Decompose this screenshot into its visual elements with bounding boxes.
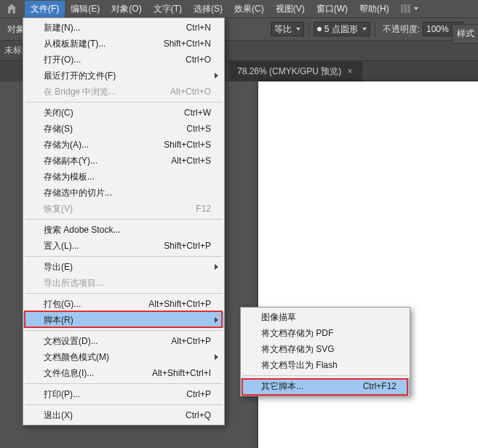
file-sep-5 bbox=[25, 102, 223, 103]
file-sep-19 bbox=[25, 293, 223, 294]
file-item-8[interactable]: 存储为(A)...Shift+Ctrl+S bbox=[23, 137, 224, 153]
menu-item-shortcut: Alt+Ctrl+P bbox=[171, 336, 211, 346]
styles-button[interactable]: 样式 bbox=[452, 24, 478, 44]
submenu-arrow-icon bbox=[215, 264, 218, 270]
menu-item-shortcut: Ctrl+Q bbox=[186, 410, 211, 420]
file-sep-16 bbox=[25, 256, 223, 257]
file-item-3[interactable]: 最近打开的文件(F) bbox=[23, 68, 224, 84]
menu-item-label: 将文档导出为 Flash bbox=[261, 359, 397, 372]
menu-item-label: 其它脚本... bbox=[261, 380, 363, 393]
menu-item-label: 退出(X) bbox=[44, 409, 186, 422]
menu-item-label: 最近打开的文件(F) bbox=[44, 70, 211, 82]
menubar-item-8[interactable]: 帮助(H) bbox=[354, 1, 395, 17]
menubar-item-2[interactable]: 对象(O) bbox=[105, 1, 147, 17]
menu-item-label: 导出所选项目... bbox=[44, 277, 211, 289]
file-item-27[interactable]: 打印(P)...Ctrl+P bbox=[23, 386, 224, 402]
brush-combo[interactable]: 5 点圆形 bbox=[314, 22, 370, 36]
file-item-29[interactable]: 退出(X)Ctrl+Q bbox=[23, 407, 224, 423]
scripts-item-0[interactable]: 图像描草 bbox=[241, 309, 410, 325]
file-item-20[interactable]: 打包(G)...Alt+Shift+Ctrl+P bbox=[23, 296, 224, 312]
menu-item-label: 存储选中的切片... bbox=[44, 187, 211, 199]
file-item-11[interactable]: 存储选中的切片... bbox=[23, 185, 224, 201]
file-item-0[interactable]: 新建(N)...Ctrl+N bbox=[23, 20, 224, 36]
file-item-1[interactable]: 从模板新建(T)...Shift+Ctrl+N bbox=[23, 36, 224, 52]
menubar-item-4[interactable]: 选择(S) bbox=[188, 1, 228, 17]
menu-item-shortcut: Ctrl+S bbox=[186, 124, 211, 134]
menu-item-shortcut: F12 bbox=[196, 204, 211, 214]
menubar-item-5[interactable]: 效果(C) bbox=[228, 1, 270, 17]
menu-item-label: 置入(L)... bbox=[44, 240, 164, 252]
file-item-18: 导出所选项目... bbox=[23, 275, 224, 291]
menu-item-label: 存储为模板... bbox=[44, 171, 211, 183]
file-sep-26 bbox=[25, 383, 223, 384]
menubar-item-1[interactable]: 编辑(E) bbox=[65, 1, 105, 17]
menu-item-label: 图像描草 bbox=[261, 311, 397, 324]
menu-item-shortcut: Ctrl+P bbox=[186, 389, 211, 399]
menu-item-label: 打包(G)... bbox=[44, 298, 148, 311]
menu-item-shortcut: Ctrl+F12 bbox=[363, 381, 397, 391]
menu-item-shortcut: Ctrl+W bbox=[184, 108, 211, 118]
file-item-24[interactable]: 文档颜色模式(M) bbox=[23, 349, 224, 365]
menu-item-label: 存储副本(Y)... bbox=[44, 155, 171, 167]
submenu-arrow-icon bbox=[215, 354, 218, 360]
arrange-workspace-icon[interactable] bbox=[401, 3, 418, 15]
file-sep-22 bbox=[25, 330, 223, 331]
menu-item-label: 文档设置(D)... bbox=[44, 335, 171, 348]
menu-item-label: 搜索 Adobe Stock... bbox=[44, 224, 211, 236]
file-item-23[interactable]: 文档设置(D)...Alt+Ctrl+P bbox=[23, 333, 224, 349]
menu-item-label: 打印(P)... bbox=[44, 388, 186, 401]
menu-item-label: 文档颜色模式(M) bbox=[44, 351, 211, 364]
file-item-12: 恢复(V)F12 bbox=[23, 201, 224, 217]
menubar-item-3[interactable]: 文字(T) bbox=[148, 1, 188, 17]
home-icon[interactable] bbox=[6, 3, 17, 15]
menu-item-label: 文件信息(I)... bbox=[44, 367, 152, 380]
file-item-15[interactable]: 置入(L)...Shift+Ctrl+P bbox=[23, 238, 224, 254]
menu-item-label: 导出(E) bbox=[44, 261, 211, 273]
file-item-6[interactable]: 关闭(C)Ctrl+W bbox=[23, 105, 224, 121]
file-item-2[interactable]: 打开(O)...Ctrl+O bbox=[23, 52, 224, 68]
menu-item-label: 关闭(C) bbox=[44, 107, 184, 119]
file-item-14[interactable]: 搜索 Adobe Stock... bbox=[23, 222, 224, 238]
menu-item-label: 在 Bridge 中浏览... bbox=[44, 86, 170, 98]
menu-item-label: 将文档存储为 PDF bbox=[261, 327, 397, 340]
file-item-25[interactable]: 文件信息(I)...Alt+Shift+Ctrl+I bbox=[23, 365, 224, 381]
menu-item-label: 存储为(A)... bbox=[44, 139, 164, 151]
document-tab[interactable]: 78.26% (CMYK/GPU 预览) × bbox=[230, 61, 362, 81]
menu-item-label: 存储(S) bbox=[44, 123, 186, 135]
menu-item-shortcut: Shift+Ctrl+P bbox=[164, 241, 211, 251]
menubar-item-0[interactable]: 文件(F) bbox=[25, 1, 65, 17]
menu-item-label: 打开(O)... bbox=[44, 54, 186, 66]
file-item-17[interactable]: 导出(E) bbox=[23, 259, 224, 275]
scale-mode-combo[interactable]: 等比 bbox=[271, 22, 304, 36]
menu-item-label: 从模板新建(T)... bbox=[44, 38, 164, 50]
menu-item-label: 将文档存储为 SVG bbox=[261, 343, 397, 356]
scripts-item-1[interactable]: 将文档存储为 PDF bbox=[241, 325, 410, 341]
file-sep-13 bbox=[25, 219, 223, 220]
menu-item-label: 恢复(V) bbox=[44, 203, 196, 215]
opacity-label: 不透明度: bbox=[383, 23, 420, 36]
menu-item-shortcut: Shift+Ctrl+N bbox=[164, 39, 211, 49]
file-item-9[interactable]: 存储副本(Y)...Alt+Ctrl+S bbox=[23, 153, 224, 169]
menubar-item-6[interactable]: 视图(V) bbox=[270, 1, 311, 17]
menu-item-label: 脚本(R) bbox=[44, 314, 211, 327]
menu-item-label: 新建(N)... bbox=[44, 22, 186, 34]
file-item-21[interactable]: 脚本(R) bbox=[23, 312, 224, 328]
scripts-submenu: 图像描草将文档存储为 PDF将文档存储为 SVG将文档导出为 Flash其它脚本… bbox=[240, 307, 410, 396]
scripts-item-3[interactable]: 将文档导出为 Flash bbox=[241, 357, 410, 373]
menu-item-shortcut: Alt+Ctrl+O bbox=[170, 87, 211, 97]
menu-item-shortcut: Alt+Shift+Ctrl+I bbox=[152, 368, 211, 378]
file-menu-dropdown: 新建(N)...Ctrl+N从模板新建(T)...Shift+Ctrl+N打开(… bbox=[23, 17, 225, 425]
menu-item-shortcut: Alt+Shift+Ctrl+P bbox=[148, 299, 211, 309]
scripts-sep-4 bbox=[242, 375, 408, 376]
menu-item-shortcut: Shift+Ctrl+S bbox=[164, 140, 211, 150]
scripts-item-5[interactable]: 其它脚本...Ctrl+F12 bbox=[241, 378, 410, 394]
menubar: 文件(F)编辑(E)对象(O)文字(T)选择(S)效果(C)视图(V)窗口(W)… bbox=[0, 0, 478, 17]
menubar-item-7[interactable]: 窗口(W) bbox=[311, 1, 354, 17]
close-icon[interactable]: × bbox=[347, 66, 352, 76]
menu-item-shortcut: Alt+Ctrl+S bbox=[171, 156, 211, 166]
submenu-arrow-icon bbox=[215, 317, 218, 323]
file-item-7[interactable]: 存储(S)Ctrl+S bbox=[23, 121, 224, 137]
scripts-item-2[interactable]: 将文档存储为 SVG bbox=[241, 341, 410, 357]
submenu-arrow-icon bbox=[215, 73, 218, 79]
file-item-10[interactable]: 存储为模板... bbox=[23, 169, 224, 185]
